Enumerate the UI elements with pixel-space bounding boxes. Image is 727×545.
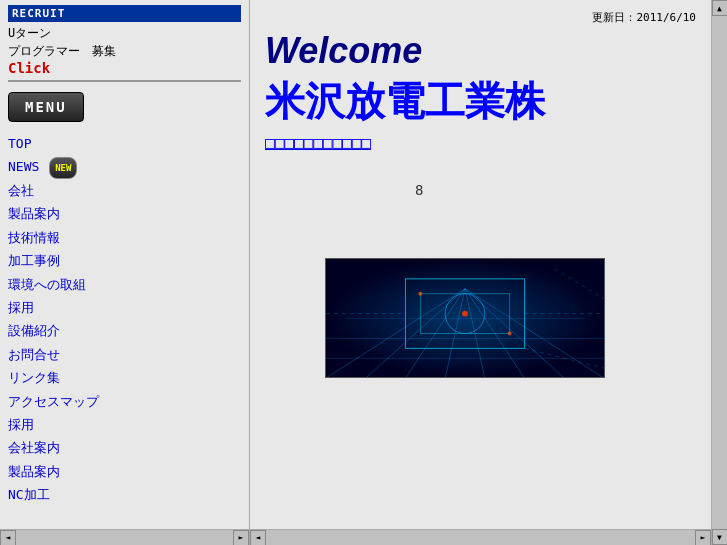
programmer-label: プログラマー 募集 [8,42,241,60]
svg-point-20 [508,331,512,335]
main-scroll-left[interactable]: ◄ [250,530,266,546]
main-content: 更新日：2011/6/10 Welcome 米沢放電工業株 □□□□□□□□□□… [250,0,711,545]
nav-recruit[interactable]: 採用 [8,296,241,319]
main-area: 更新日：2011/6/10 Welcome 米沢放電工業株 □□□□□□□□□□… [250,0,727,545]
svg-point-18 [462,311,468,317]
recruit-banner: RECRUIT [8,5,241,22]
main-scrollbar-h: ◄ ► [250,529,711,545]
company-name: 米沢放電工業株 [265,74,696,129]
sidebar-scroll-left[interactable]: ◄ [0,530,16,546]
top-bar: 更新日：2011/6/10 [265,10,696,25]
recruit-text: Uターン プログラマー 募集 [8,24,241,60]
sidebar-scrollbar-h: ◄ ► [0,529,249,545]
nav-cases[interactable]: 加工事例 [8,249,241,272]
grid-svg [326,259,604,378]
nav-access[interactable]: アクセスマップ [8,390,241,413]
svg-line-16 [554,269,604,299]
date-label: 更新日：2011/6/10 [592,10,696,25]
nav-company2[interactable]: 会社案内 [8,436,241,459]
counter: 8 [415,182,696,198]
main-scroll-right[interactable]: ► [695,530,711,546]
scroll-track-v[interactable] [712,16,727,529]
sidebar-scroll-right[interactable]: ► [233,530,249,546]
nav-news[interactable]: NEWS NEW [8,155,241,179]
scrollbar-track-h[interactable] [266,530,695,545]
menu-button[interactable]: MENU [8,92,84,122]
nav-links: TOP NEWS NEW 会社 製品案内 技術情報 加工事例 環境への取組 採用… [8,132,241,506]
click-link[interactable]: Click [8,60,50,76]
nav-environment[interactable]: 環境への取組 [8,273,241,296]
subtitle-link[interactable]: □□□□□□□□□□□ [265,133,696,152]
separator [8,80,241,82]
scroll-up-arrow[interactable]: ▲ [712,0,728,16]
nav-nc[interactable]: NC加工 [8,483,241,506]
nav-company[interactable]: 会社 [8,179,241,202]
bottom-image [325,258,605,378]
vertical-scrollbar: ▲ ▼ [711,0,727,545]
nav-contact[interactable]: お問合せ [8,343,241,366]
main-scroll[interactable]: 更新日：2011/6/10 Welcome 米沢放電工業株 □□□□□□□□□□… [250,0,711,529]
sidebar-scroll[interactable]: RECRUIT Uターン プログラマー 募集 Click MENU TOP NE… [0,0,249,529]
return-label: Uターン [8,24,241,42]
nav-equipment[interactable]: 設備紹介 [8,319,241,342]
nav-products[interactable]: 製品案内 [8,202,241,225]
nav-recruit2[interactable]: 採用 [8,413,241,436]
nav-top[interactable]: TOP [8,132,241,155]
svg-point-19 [418,292,422,296]
nav-products2[interactable]: 製品案内 [8,460,241,483]
welcome-title: Welcome [265,30,696,72]
image-inner [326,259,604,377]
sidebar: RECRUIT Uターン プログラマー 募集 Click MENU TOP NE… [0,0,250,545]
new-badge: NEW [49,157,77,179]
scroll-down-arrow[interactable]: ▼ [712,529,728,545]
nav-links[interactable]: リンク集 [8,366,241,389]
nav-tech[interactable]: 技術情報 [8,226,241,249]
recruit-label: RECRUIT [12,7,65,20]
